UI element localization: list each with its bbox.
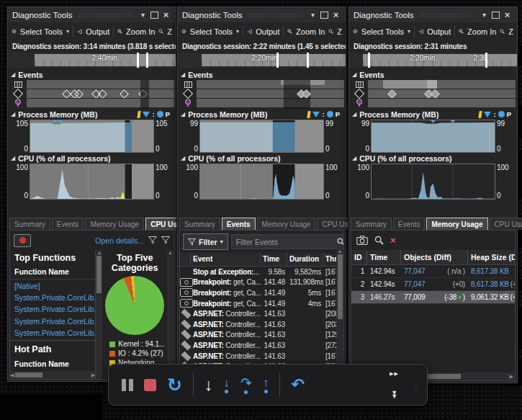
col-time[interactable]: Time xyxy=(367,250,401,264)
maximize-icon[interactable] xyxy=(150,12,158,19)
filter-icon[interactable] xyxy=(148,236,157,244)
tab-cpu-usage[interactable]: CPU Usage xyxy=(490,218,522,230)
timeline-ruler[interactable]: 2:20min 2:30 xyxy=(349,53,517,68)
col-heap[interactable]: Heap Size (Diff) xyxy=(468,250,515,264)
expand-toolbar-icon[interactable]: ▶▶ xyxy=(390,371,399,377)
expander-icon[interactable]: ◢ xyxy=(181,111,185,117)
vertical-scrollbar[interactable]: ▲ xyxy=(336,249,343,375)
timeline-ruler[interactable]: 2:20min xyxy=(178,53,346,68)
cpu-chart[interactable] xyxy=(371,164,495,200)
step-into-button[interactable]: ↓ xyxy=(223,377,230,393)
col-objects[interactable]: Objects (Diff) xyxy=(401,250,468,264)
select-tools-button[interactable]: Select Tools xyxy=(190,27,233,36)
zoom-out-icon[interactable] xyxy=(500,27,505,36)
function-row[interactable]: System.Private.CoreLib.dll!( xyxy=(10,291,95,303)
filter-events-searchbox[interactable]: ▾ xyxy=(231,234,344,249)
window-menu-icon[interactable]: ▾ xyxy=(307,11,318,19)
event-row[interactable]: ASP.NET: Controller... 141.63 [203 xyxy=(180,319,343,330)
event-diamond[interactable] xyxy=(431,89,440,98)
event-diamond[interactable] xyxy=(120,89,129,98)
timeline-ruler[interactable]: 2:40min xyxy=(8,53,176,68)
filter-dropdown-button[interactable]: Filter ▾ xyxy=(183,233,228,250)
scrollbar-thumb[interactable] xyxy=(338,254,343,319)
event-row[interactable]: ASP.NET: Controller... 141.63 [272 xyxy=(180,340,343,351)
scrollbar-thumb[interactable] xyxy=(15,372,42,377)
categories-pie-chart[interactable] xyxy=(105,276,164,335)
selection-marker-end[interactable] xyxy=(146,53,148,68)
memory-chart[interactable] xyxy=(199,120,324,153)
zoom-in-button[interactable]: Zoom In xyxy=(126,27,155,36)
zoom-in-button[interactable]: Zoom In xyxy=(296,27,325,36)
memory-section-header[interactable]: ◢ Process Memory (MB) : P xyxy=(349,109,517,120)
marks-lane[interactable] xyxy=(179,99,344,107)
function-row[interactable]: System.Private.CoreLib.dll!( xyxy=(10,315,95,326)
title-bar[interactable]: Diagnostic Tools ▾ × xyxy=(8,7,176,22)
maximize-icon[interactable] xyxy=(492,12,500,19)
close-icon[interactable]: × xyxy=(330,9,341,20)
title-bar[interactable]: Diagnostic Tools ▾ × xyxy=(349,7,517,22)
scrollbar-thumb[interactable] xyxy=(96,256,102,293)
scroll-left-icon[interactable]: ◀ xyxy=(10,372,14,378)
horizontal-scrollbar[interactable]: ◀ ▶ xyxy=(10,371,95,379)
events-section-header[interactable]: ◢ Events xyxy=(349,69,517,80)
marks-lane[interactable] xyxy=(9,99,174,107)
col-event[interactable]: Event xyxy=(191,253,261,266)
expander-icon[interactable]: ◢ xyxy=(11,155,15,161)
selection-marker-start[interactable] xyxy=(276,53,279,68)
expander-icon[interactable]: ◢ xyxy=(352,111,356,117)
event-row[interactable]: Breakpoint: get, Ca... 141.49 4ms [167 xyxy=(180,298,343,309)
col-time[interactable]: Time xyxy=(261,253,287,266)
tab-memory-usage[interactable]: Memory Usage xyxy=(257,218,316,230)
maximize-icon[interactable] xyxy=(320,12,328,19)
selection-marker-end[interactable] xyxy=(307,53,309,68)
expander-icon[interactable]: ◢ xyxy=(181,71,185,78)
memory-section-header[interactable]: ◢ Process Memory (MB) : P xyxy=(8,109,176,120)
col-id[interactable]: ID xyxy=(351,250,367,264)
step-backward-button[interactable]: ↶ xyxy=(291,377,304,393)
event-row[interactable]: Breakpoint: get, Ca... 141.49 5ms [167 xyxy=(180,287,343,298)
event-row[interactable]: ASP.NET: Controller... 141.63 [167 xyxy=(180,351,343,362)
filter-icon[interactable] xyxy=(161,236,170,244)
window-menu-icon[interactable]: ▾ xyxy=(479,11,490,19)
col-thread[interactable]: Thre xyxy=(323,253,336,266)
snapshot-row[interactable]: 1 142.94s 77,047( n/a ) 8,617.38 KB xyxy=(351,265,515,278)
cpu-section-header[interactable]: ◢ CPU (% of all processors) xyxy=(178,153,346,164)
tab-summary[interactable]: Summary xyxy=(351,218,392,230)
select-tools-button[interactable]: Select Tools xyxy=(361,27,404,36)
cpu-section-header[interactable]: ◢ CPU (% of all processors) xyxy=(349,153,517,164)
expander-icon[interactable]: ◢ xyxy=(352,71,356,78)
vertical-scrollbar[interactable]: ▲ xyxy=(96,250,102,379)
select-tools-button[interactable]: Select Tools xyxy=(20,27,63,36)
range-marker-start[interactable] xyxy=(368,53,370,68)
vertical-scrollbar[interactable]: ▲ xyxy=(167,250,174,379)
selection-marker-start[interactable] xyxy=(137,53,139,68)
tab-summary[interactable]: Summary xyxy=(179,218,220,230)
snapshot-row[interactable]: 2 142.94s 77,047(+0) 8,617.38 KB(+0 xyxy=(351,278,515,291)
tab-events[interactable]: Events xyxy=(52,218,84,230)
events-section-header[interactable]: ◢ Events xyxy=(8,69,176,80)
toolbar-grip[interactable]: ⋮ xyxy=(413,381,420,389)
cpu-chart[interactable] xyxy=(199,164,324,200)
event-row[interactable]: ASP.NET: Controller... 141.63 [129 xyxy=(180,330,343,341)
event-diamond[interactable] xyxy=(387,89,397,98)
record-cpu-profile-button[interactable] xyxy=(14,234,31,247)
tab-events[interactable]: Events xyxy=(222,218,256,230)
output-button[interactable]: Output xyxy=(256,27,279,36)
range-marker-end[interactable] xyxy=(485,53,487,68)
step-over-button[interactable]: ↷ xyxy=(240,376,252,394)
memory-chart[interactable] xyxy=(371,120,495,153)
scroll-right-icon[interactable]: ▶ xyxy=(91,372,95,378)
scroll-up-icon[interactable]: ▲ xyxy=(96,250,102,255)
event-row[interactable]: Breakpoint: get, Ca... 141.48 131,908ms … xyxy=(180,277,343,288)
close-icon[interactable]: × xyxy=(161,9,171,20)
delete-snapshot-icon[interactable]: × xyxy=(390,236,396,245)
expander-icon[interactable]: ◢ xyxy=(11,111,15,117)
output-button[interactable]: Output xyxy=(86,27,109,36)
tab-memory-usage[interactable]: Memory Usage xyxy=(85,218,144,230)
scroll-right-icon[interactable]: ▶ xyxy=(510,374,515,380)
title-bar[interactable]: Diagnostic Tools ▾ × xyxy=(178,7,346,22)
custom-events-lane[interactable] xyxy=(9,89,174,98)
memory-section-header[interactable]: ◢ Process Memory (MB) : P xyxy=(178,109,346,120)
search-input[interactable] xyxy=(235,237,335,247)
output-button[interactable]: Output xyxy=(427,27,451,36)
